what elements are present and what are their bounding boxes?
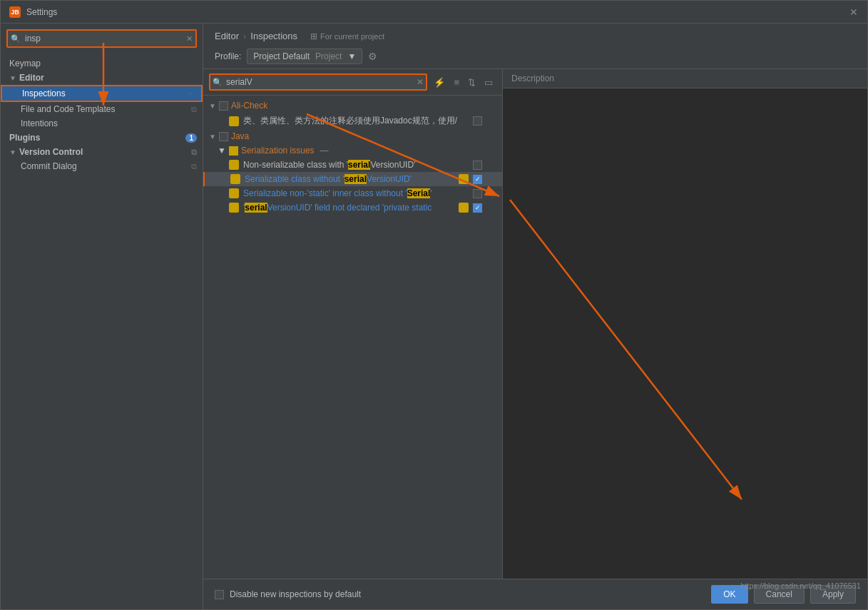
commit-dialog-copy-icon: ⧉ bbox=[191, 162, 197, 171]
close-button[interactable]: ✕ bbox=[849, 7, 859, 17]
java-group[interactable]: ▼ Java bbox=[203, 129, 502, 143]
warning-severity-icon bbox=[229, 116, 239, 126]
insp-item-serial-without[interactable]: Serializable class without 'serialVersio… bbox=[203, 172, 502, 186]
serial-arrow: ▼ bbox=[218, 146, 226, 156]
disable-inspections-checkbox[interactable] bbox=[215, 590, 224, 599]
java-arrow: ▼ bbox=[209, 133, 216, 141]
ali-check-item-text: 类、类属性、类方法的注释必须使用Javadoc规范，使用/ bbox=[243, 115, 469, 127]
severity-badge-2 bbox=[459, 174, 469, 184]
content-header: Editor › Inspections ⊞ For current proje… bbox=[203, 24, 867, 69]
insp-search-wrap: 🔍 ✕ bbox=[209, 73, 427, 91]
filter-icon[interactable]: ⚡ bbox=[430, 75, 449, 90]
sidebar-item-inspections[interactable]: Inspections ← bbox=[1, 85, 203, 102]
plugins-badge: 1 bbox=[185, 133, 197, 143]
sidebar-item-intentions[interactable]: Intentions bbox=[1, 116, 203, 131]
serial-nonstatic-text: Serializable non-'static' inner class wi… bbox=[243, 188, 469, 198]
warning-icon-2 bbox=[230, 174, 240, 184]
inspections-search-input[interactable] bbox=[209, 73, 427, 91]
expand-all-icon[interactable]: ≡ bbox=[450, 75, 463, 90]
plugins-label: Plugins bbox=[9, 133, 40, 143]
ali-check-checkbox[interactable] bbox=[219, 101, 228, 111]
ali-check-group[interactable]: ▼ Ali-Check bbox=[203, 98, 502, 113]
sidebar-search-clear-icon[interactable]: ✕ bbox=[186, 34, 193, 44]
disable-inspections-label: Disable new inspections by default bbox=[230, 589, 361, 599]
description-header: Description bbox=[503, 69, 867, 88]
ali-check-item-checkbox[interactable] bbox=[473, 116, 482, 126]
insp-search-clear[interactable]: ✕ bbox=[417, 77, 424, 87]
insp-item-non-serial[interactable]: Non-serializable class with 'serialVersi… bbox=[203, 158, 502, 172]
warning-icon-4 bbox=[229, 203, 239, 213]
collapse-all-icon[interactable]: ⇅ bbox=[464, 75, 479, 90]
breadcrumb-editor: Editor bbox=[215, 31, 239, 41]
insp-item-serial-nonstatic[interactable]: Serializable non-'static' inner class wi… bbox=[203, 186, 502, 200]
insp-item-serialversionuid[interactable]: 'serialVersionUID' field not declared 'p… bbox=[203, 200, 502, 215]
serial-highlight-2: serial bbox=[344, 174, 367, 184]
serialversionuid-checkbox[interactable]: ✓ bbox=[473, 203, 482, 213]
severity-badge-4 bbox=[459, 203, 469, 213]
serial-nonstatic-checkbox[interactable] bbox=[473, 189, 482, 198]
breadcrumb: Editor › Inspections ⊞ For current proje… bbox=[215, 31, 856, 41]
sidebar-search-input[interactable] bbox=[6, 29, 197, 48]
profile-select[interactable]: Project Default Project ▼ bbox=[247, 49, 362, 64]
inspections-content: 🔍 ✕ ⚡ ≡ ⇅ ▭ bbox=[203, 69, 867, 579]
java-label: Java bbox=[231, 131, 249, 141]
serialization-subgroup[interactable]: ▼ Serialization issues — bbox=[203, 143, 502, 158]
editor-label: Editor bbox=[19, 73, 44, 83]
window-controls: ✕ bbox=[849, 7, 859, 17]
editor-arrow: ▼ bbox=[9, 74, 16, 82]
inspections-label: Inspections bbox=[22, 88, 66, 98]
warning-icon-1 bbox=[229, 160, 239, 170]
sidebar-item-editor[interactable]: ▼ Editor bbox=[1, 71, 203, 85]
sidebar-item-commit-dialog[interactable]: Commit Dialog ⧉ bbox=[1, 159, 203, 173]
java-checkbox[interactable] bbox=[219, 132, 228, 141]
breadcrumb-separator: › bbox=[243, 31, 246, 41]
inspections-search-bar: 🔍 ✕ ⚡ ≡ ⇅ ▭ bbox=[203, 69, 502, 96]
for-project-label: For current project bbox=[320, 32, 384, 41]
sidebar-search-container: 🔍 ✕ bbox=[6, 29, 197, 48]
profile-type: Project bbox=[315, 51, 342, 61]
inspections-arrow-icon: ← bbox=[187, 88, 195, 98]
description-body bbox=[503, 88, 867, 579]
main-layout: 🔍 ✕ Keymap ▼ Editor Inspections ← Fil bbox=[1, 24, 867, 609]
serial-without-checkbox[interactable]: ✓ bbox=[473, 175, 482, 184]
gear-icon[interactable]: ⚙ bbox=[368, 51, 377, 62]
profile-label: Profile: bbox=[215, 51, 241, 61]
inspections-tree: ▼ Ali-Check 类、类属性、类方法的注释必须使用Javadoc规范，使用… bbox=[203, 96, 502, 579]
serial-dash-icon: — bbox=[320, 146, 329, 156]
sidebar-tree: Keymap ▼ Editor Inspections ← File and C… bbox=[1, 54, 203, 609]
window-title: Settings bbox=[26, 7, 849, 17]
vc-label: Version Control bbox=[19, 147, 83, 157]
app-icon: JB bbox=[9, 6, 21, 18]
for-current-project-btn[interactable]: ⊞ For current project bbox=[310, 31, 384, 41]
intentions-label: Intentions bbox=[21, 118, 58, 128]
settings-window: JB Settings ✕ 🔍 ✕ Keymap ▼ Editor bbox=[0, 0, 868, 610]
keymap-label: Keymap bbox=[9, 59, 41, 68]
serial-without-text: Serializable class without 'serialVersio… bbox=[245, 174, 454, 184]
profile-row: Profile: Project Default Project ▼ ⚙ bbox=[215, 49, 856, 64]
serial-checkbox[interactable] bbox=[229, 146, 238, 156]
breadcrumb-inspections: Inspections bbox=[250, 31, 297, 41]
file-code-templates-label: File and Code Templates bbox=[21, 104, 116, 114]
sidebar-item-keymap[interactable]: Keymap bbox=[1, 56, 203, 71]
ali-check-arrow: ▼ bbox=[209, 102, 216, 110]
vc-arrow: ▼ bbox=[9, 148, 16, 156]
sidebar-item-plugins[interactable]: Plugins 1 bbox=[1, 131, 203, 145]
sidebar: 🔍 ✕ Keymap ▼ Editor Inspections ← Fil bbox=[1, 24, 203, 609]
insp-search-icon: 🔍 bbox=[213, 78, 223, 87]
sidebar-item-file-code-templates[interactable]: File and Code Templates ⧉ bbox=[1, 102, 203, 116]
ali-check-label: Ali-Check bbox=[231, 101, 267, 111]
description-label: Description bbox=[511, 73, 554, 83]
serial-highlight-4: serial bbox=[245, 203, 267, 213]
group-icon[interactable]: ▭ bbox=[481, 75, 496, 90]
non-serial-checkbox[interactable] bbox=[473, 161, 482, 170]
file-templates-copy-icon: ⧉ bbox=[191, 105, 197, 114]
non-serial-text: Non-serializable class with 'serialVersi… bbox=[243, 160, 469, 170]
serial-highlight-1: serial bbox=[348, 160, 370, 170]
search-icon: 🔍 bbox=[11, 34, 21, 44]
serialization-issues-label: Serialization issues bbox=[241, 146, 315, 156]
commit-dialog-label: Commit Dialog bbox=[21, 161, 77, 171]
sidebar-item-version-control[interactable]: ▼ Version Control ⧉ bbox=[1, 145, 203, 159]
project-icon: ⊞ bbox=[310, 31, 317, 41]
ali-check-item-1[interactable]: 类、类属性、类方法的注释必须使用Javadoc规范，使用/ bbox=[203, 113, 502, 129]
serial-highlight-3: Serial bbox=[407, 188, 431, 198]
